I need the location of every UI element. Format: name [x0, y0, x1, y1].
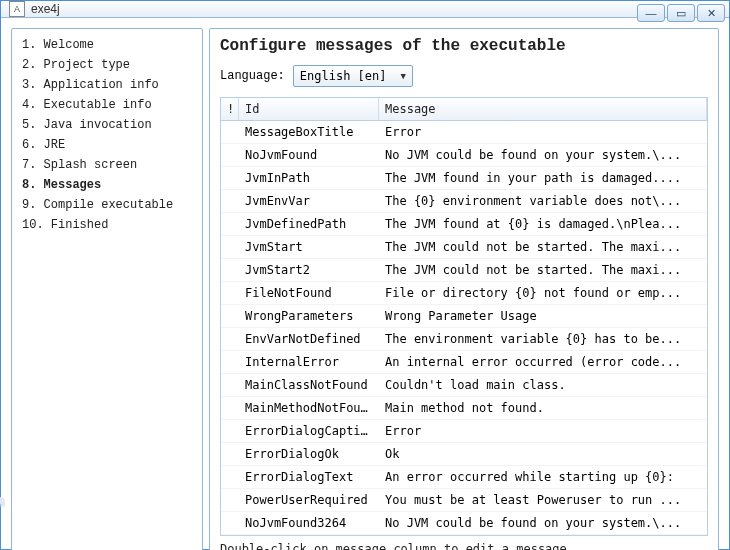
- minimize-button[interactable]: —: [637, 4, 665, 22]
- cell-message[interactable]: No JVM could be found on your system.\..…: [379, 144, 707, 166]
- col-id[interactable]: Id: [239, 98, 379, 120]
- table-row[interactable]: JvmStart2The JVM could not be started. T…: [221, 259, 707, 282]
- cell-id: JvmInPath: [239, 167, 379, 189]
- table-row[interactable]: ErrorDialogCaptionError: [221, 420, 707, 443]
- step-item[interactable]: 1. Welcome: [20, 35, 194, 55]
- cell-id: MainMethodNotFound: [239, 397, 379, 419]
- cell-id: MainClassNotFound: [239, 374, 379, 396]
- cell-id: JvmDefinedPath: [239, 213, 379, 235]
- cell-message[interactable]: Main method not found.: [379, 397, 707, 419]
- cell-id: ErrorDialogText: [239, 466, 379, 488]
- table-row[interactable]: MessageBoxTitleError: [221, 121, 707, 144]
- step-item[interactable]: 8. Messages: [20, 175, 194, 195]
- cell-message[interactable]: Ok: [379, 443, 707, 465]
- table-row[interactable]: FileNotFoundFile or directory {0} not fo…: [221, 282, 707, 305]
- cell-message[interactable]: Error: [379, 420, 707, 442]
- cell-id: NoJvmFound: [239, 144, 379, 166]
- brand-watermark: exe4j: [0, 493, 6, 550]
- cell-id: EnvVarNotDefined: [239, 328, 379, 350]
- app-icon: A: [9, 1, 25, 17]
- language-value: English [en]: [300, 69, 387, 83]
- table-body[interactable]: MessageBoxTitleErrorNoJvmFoundNo JVM cou…: [221, 121, 707, 535]
- cell-message[interactable]: No JVM could be found on your system.\..…: [379, 512, 707, 534]
- table-row[interactable]: EnvVarNotDefinedThe environment variable…: [221, 328, 707, 351]
- table-header: ! Id Message: [221, 98, 707, 121]
- chevron-down-icon: ▼: [400, 71, 405, 81]
- table-row[interactable]: PowerUserRequiredYou must be at least Po…: [221, 489, 707, 512]
- col-message[interactable]: Message: [379, 98, 707, 120]
- cell-id: InternalError: [239, 351, 379, 373]
- table-row[interactable]: NoJvmFound3264No JVM could be found on y…: [221, 512, 707, 535]
- cell-message[interactable]: An error occurred while starting up {0}:: [379, 466, 707, 488]
- cell-message[interactable]: An internal error occurred (error code..…: [379, 351, 707, 373]
- table-row[interactable]: JvmDefinedPathThe JVM found at {0} is da…: [221, 213, 707, 236]
- window-title: exe4j: [31, 2, 60, 16]
- step-item[interactable]: 10. Finished: [20, 215, 194, 235]
- table-row[interactable]: NoJvmFoundNo JVM could be found on your …: [221, 144, 707, 167]
- cell-message[interactable]: File or directory {0} not found or emp..…: [379, 282, 707, 304]
- cell-id: ErrorDialogCaption: [239, 420, 379, 442]
- window-frame: A exe4j — ▭ ✕ 1. Welcome2. Project type3…: [0, 0, 730, 550]
- cell-message[interactable]: The JVM found at {0} is damaged.\nPlea..…: [379, 213, 707, 235]
- col-modified[interactable]: !: [221, 98, 239, 120]
- cell-message[interactable]: The JVM could not be started. The maxi..…: [379, 259, 707, 281]
- cell-message[interactable]: The JVM could not be started. The maxi..…: [379, 236, 707, 258]
- cell-id: JvmEnvVar: [239, 190, 379, 212]
- cell-message[interactable]: The JVM found in your path is damaged...…: [379, 167, 707, 189]
- step-item[interactable]: 9. Compile executable: [20, 195, 194, 215]
- step-item[interactable]: 4. Executable info: [20, 95, 194, 115]
- table-row[interactable]: MainMethodNotFoundMain method not found.: [221, 397, 707, 420]
- page-heading: Configure messages of the executable: [220, 37, 708, 55]
- cell-id: NoJvmFound3264: [239, 512, 379, 534]
- messages-table: ! Id Message MessageBoxTitleErrorNoJvmFo…: [220, 97, 708, 536]
- step-item[interactable]: 6. JRE: [20, 135, 194, 155]
- cell-message[interactable]: Couldn't load main class.: [379, 374, 707, 396]
- cell-id: JvmStart2: [239, 259, 379, 281]
- cell-message[interactable]: You must be at least Poweruser to run ..…: [379, 489, 707, 511]
- cell-message[interactable]: The environment variable {0} has to be..…: [379, 328, 707, 350]
- table-row[interactable]: JvmEnvVarThe {0} environment variable do…: [221, 190, 707, 213]
- cell-id: PowerUserRequired: [239, 489, 379, 511]
- cell-message[interactable]: Wrong Parameter Usage: [379, 305, 707, 327]
- cell-id: WrongParameters: [239, 305, 379, 327]
- language-label: Language:: [220, 69, 285, 83]
- table-row[interactable]: ErrorDialogOkOk: [221, 443, 707, 466]
- cell-id: MessageBoxTitle: [239, 121, 379, 143]
- table-row[interactable]: JvmInPathThe JVM found in your path is d…: [221, 167, 707, 190]
- titlebar[interactable]: A exe4j — ▭ ✕: [1, 1, 729, 18]
- maximize-button[interactable]: ▭: [667, 4, 695, 22]
- step-item[interactable]: 2. Project type: [20, 55, 194, 75]
- table-row[interactable]: WrongParametersWrong Parameter Usage: [221, 305, 707, 328]
- cell-message[interactable]: The {0} environment variable does not\..…: [379, 190, 707, 212]
- cell-id: ErrorDialogOk: [239, 443, 379, 465]
- table-row[interactable]: InternalErrorAn internal error occurred …: [221, 351, 707, 374]
- step-item[interactable]: 5. Java invocation: [20, 115, 194, 135]
- table-row[interactable]: ErrorDialogTextAn error occurred while s…: [221, 466, 707, 489]
- close-button[interactable]: ✕: [697, 4, 725, 22]
- steps-list: 1. Welcome2. Project type3. Application …: [12, 29, 202, 241]
- step-item[interactable]: 7. Splash screen: [20, 155, 194, 175]
- cell-message[interactable]: Error: [379, 121, 707, 143]
- main-panel: Configure messages of the executable Lan…: [209, 28, 719, 550]
- cell-id: JvmStart: [239, 236, 379, 258]
- cell-id: FileNotFound: [239, 282, 379, 304]
- hint-text: Double-click on message column to edit a…: [220, 542, 708, 550]
- language-combo[interactable]: English [en] ▼: [293, 65, 413, 87]
- wizard-sidebar: 1. Welcome2. Project type3. Application …: [11, 28, 203, 550]
- step-item[interactable]: 3. Application info: [20, 75, 194, 95]
- table-row[interactable]: JvmStartThe JVM could not be started. Th…: [221, 236, 707, 259]
- table-row[interactable]: MainClassNotFoundCouldn't load main clas…: [221, 374, 707, 397]
